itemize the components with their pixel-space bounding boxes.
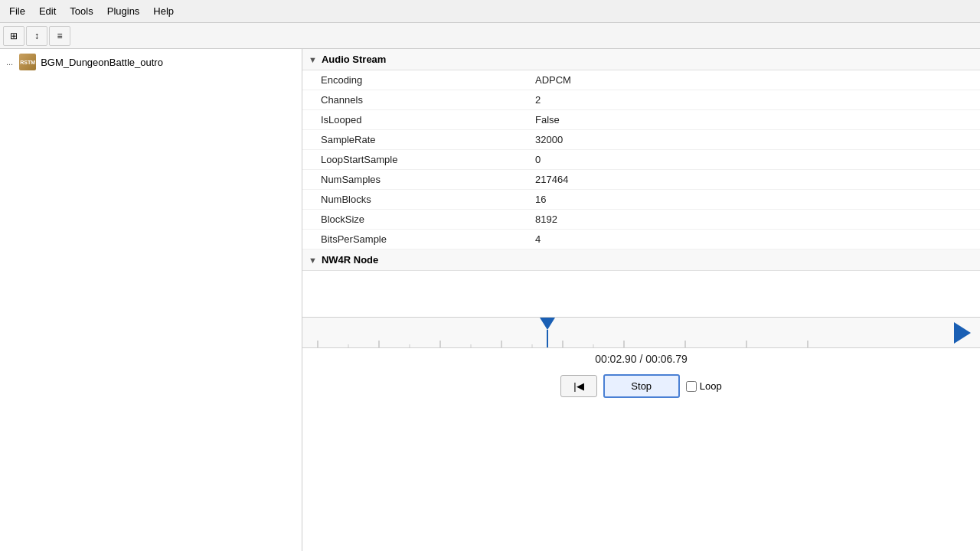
- prop-bitspersample-name: BitsPerSample: [302, 233, 532, 245]
- prop-channels-value: 2: [532, 94, 541, 106]
- prop-encoding-name: Encoding: [302, 74, 532, 86]
- prop-islooped-value: False: [532, 114, 560, 126]
- file-icon: RSTM: [19, 54, 36, 70]
- sort-az-icon: ↕: [34, 31, 39, 41]
- expand-dots: ...: [6, 57, 13, 67]
- nw4r-arrow: ▼: [309, 256, 317, 265]
- prop-blocksize-value: 8192: [532, 214, 557, 225]
- audio-stream-section-header[interactable]: ▼ Audio Stream: [302, 49, 980, 70]
- prop-bitspersample: BitsPerSample 4: [302, 230, 980, 249]
- timeline-ruler: [302, 318, 980, 348]
- list-icon: ≡: [57, 31, 62, 41]
- audio-stream-title: Audio Stream: [322, 54, 387, 65]
- file-item[interactable]: ... RSTM BGM_DungeonBattle_outro: [0, 49, 302, 75]
- player-controls: |◀ Stop Loop: [302, 368, 980, 410]
- prop-encoding-value: ADPCM: [532, 74, 571, 86]
- toolbar-list-btn[interactable]: ≡: [49, 26, 70, 46]
- menu-tools[interactable]: Tools: [64, 3, 99, 19]
- prop-islooped-name: IsLooped: [302, 114, 532, 126]
- play-triangle-icon: [954, 322, 971, 344]
- properties-area: ▼ Audio Stream Encoding ADPCM Channels 2…: [302, 49, 980, 317]
- prop-numblocks-value: 16: [532, 194, 546, 205]
- prop-islooped: IsLooped False: [302, 110, 980, 130]
- toolbar: ⊞ ↕ ≡: [0, 23, 980, 49]
- loop-label: Loop: [700, 380, 722, 392]
- play-indicator[interactable]: [954, 322, 971, 344]
- prop-encoding: Encoding ADPCM: [302, 70, 980, 90]
- playhead-arrow: [540, 318, 555, 330]
- playhead-line: [547, 330, 548, 348]
- prop-loopstartsample: LoopStartSample 0: [302, 150, 980, 170]
- player-area: 00:02.90 / 00:06.79 |◀ Stop Loop: [302, 317, 980, 410]
- nw4r-section-title: NW4R Node: [322, 254, 378, 266]
- prop-samplerate: SampleRate 32000: [302, 130, 980, 150]
- prop-numsamples-name: NumSamples: [302, 174, 532, 185]
- right-panel: ▼ Audio Stream Encoding ADPCM Channels 2…: [302, 49, 980, 551]
- audio-stream-arrow: ▼: [309, 55, 317, 64]
- prop-channels: Channels 2: [302, 90, 980, 110]
- nw4r-section-header[interactable]: ▼ NW4R Node: [302, 249, 980, 271]
- prop-samplerate-value: 32000: [532, 134, 563, 145]
- menu-plugins[interactable]: Plugins: [101, 3, 146, 19]
- total-time: 00:06.79: [645, 353, 688, 365]
- toolbar-sort-btn[interactable]: ↕: [26, 26, 47, 46]
- current-time: 00:02.90: [595, 353, 637, 365]
- loop-checkbox-input[interactable]: [686, 381, 697, 392]
- time-separator: /: [637, 353, 646, 365]
- menu-file[interactable]: File: [3, 3, 31, 19]
- prop-loopstartsample-name: LoopStartSample: [302, 154, 532, 165]
- prop-bitspersample-value: 4: [532, 233, 541, 245]
- timeline[interactable]: [302, 318, 980, 348]
- time-display: 00:02.90 / 00:06.79: [302, 348, 980, 368]
- menubar: File Edit Tools Plugins Help: [0, 0, 980, 23]
- prop-blocksize-name: BlockSize: [302, 214, 532, 225]
- rewind-button[interactable]: |◀: [560, 375, 596, 397]
- prop-loopstartsample-value: 0: [532, 154, 541, 165]
- properties-scroll[interactable]: ▼ Audio Stream Encoding ADPCM Channels 2…: [302, 49, 980, 317]
- file-name: BGM_DungeonBattle_outro: [41, 57, 163, 68]
- prop-numsamples: NumSamples 217464: [302, 170, 980, 190]
- prop-numblocks: NumBlocks 16: [302, 190, 980, 210]
- loop-checkbox-label[interactable]: Loop: [686, 380, 722, 392]
- prop-numsamples-value: 217464: [532, 174, 568, 185]
- prop-channels-name: Channels: [302, 94, 532, 106]
- grid-icon: ⊞: [10, 31, 18, 41]
- menu-edit[interactable]: Edit: [33, 3, 62, 19]
- left-panel: ... RSTM BGM_DungeonBattle_outro: [0, 49, 302, 551]
- prop-blocksize: BlockSize 8192: [302, 210, 980, 230]
- prop-numblocks-name: NumBlocks: [302, 194, 532, 205]
- main-area: ... RSTM BGM_DungeonBattle_outro ▼ Audio…: [0, 49, 980, 551]
- prop-samplerate-name: SampleRate: [302, 134, 532, 145]
- menu-help[interactable]: Help: [147, 3, 180, 19]
- stop-button[interactable]: Stop: [603, 374, 680, 398]
- toolbar-grid-btn[interactable]: ⊞: [3, 26, 24, 46]
- playhead[interactable]: [540, 318, 555, 348]
